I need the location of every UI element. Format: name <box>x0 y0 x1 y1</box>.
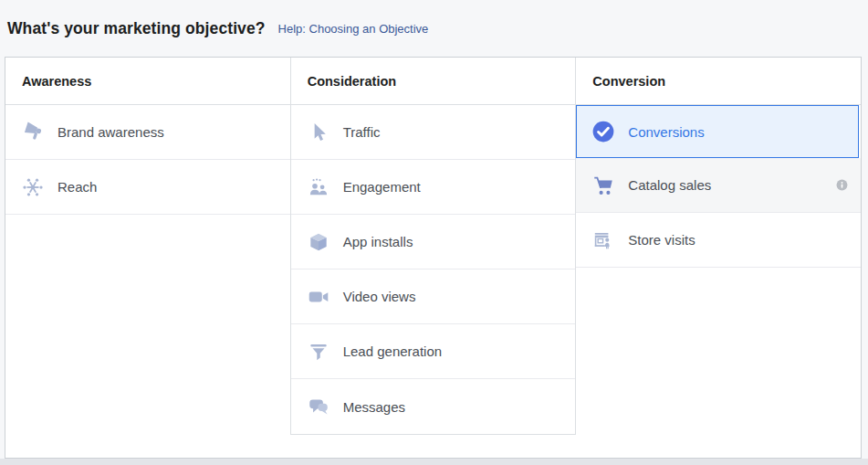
objective-row-video-views[interactable]: Video views <box>291 269 576 324</box>
check-circle-icon <box>591 120 615 143</box>
objective-label: Engagement <box>343 179 421 195</box>
video-camera-icon <box>307 285 330 309</box>
objective-row-messages[interactable]: Messages <box>291 379 576 434</box>
column-header-conversion: Conversion <box>576 58 861 105</box>
info-icon[interactable] <box>835 178 849 192</box>
page-bottom-strip <box>0 459 868 465</box>
people-icon <box>307 175 330 199</box>
objectives-table: Awareness Brand awareness Reach Consider… <box>5 57 862 459</box>
objective-label: Conversions <box>628 124 704 140</box>
page-title: What's your marketing objective? <box>7 19 266 38</box>
objective-label: Catalog sales <box>628 177 711 193</box>
objective-label: Store visits <box>628 232 695 248</box>
funnel-icon <box>307 340 330 364</box>
objective-row-engagement[interactable]: Engagement <box>291 160 576 215</box>
megaphone-icon <box>21 121 45 144</box>
objective-label: App installs <box>343 234 413 249</box>
column-header-awareness: Awareness <box>5 58 290 105</box>
objective-row-conversions[interactable]: Conversions <box>576 105 859 158</box>
objective-label: Video views <box>343 289 416 304</box>
reach-network-icon <box>21 175 45 199</box>
chat-bubbles-icon <box>307 395 330 418</box>
objective-row-brand-awareness[interactable]: Brand awareness <box>5 105 290 160</box>
objective-label: Traffic <box>343 124 381 140</box>
page-header: What's your marketing objective? Help: C… <box>0 0 868 57</box>
objective-label: Reach <box>58 179 97 195</box>
cube-icon <box>307 230 330 254</box>
column-conversion: Conversion Conversions Catalog sales <box>575 58 861 435</box>
cursor-icon <box>307 121 330 144</box>
column-header-consideration: Consideration <box>291 58 576 105</box>
storefront-icon <box>591 228 615 252</box>
objective-label: Brand awareness <box>58 124 164 140</box>
objective-row-lead-generation[interactable]: Lead generation <box>291 324 576 379</box>
objective-label: Messages <box>343 399 405 415</box>
objective-label: Lead generation <box>343 343 442 359</box>
objective-row-reach[interactable]: Reach <box>5 160 290 215</box>
shopping-cart-icon <box>591 174 615 197</box>
column-consideration: Consideration Traffic Engagement App ins… <box>290 58 576 435</box>
column-awareness: Awareness Brand awareness Reach <box>5 58 290 435</box>
objective-row-app-installs[interactable]: App installs <box>291 215 576 269</box>
objective-row-store-visits[interactable]: Store visits <box>576 213 861 268</box>
objective-row-catalog-sales[interactable]: Catalog sales <box>576 158 861 213</box>
objective-row-traffic[interactable]: Traffic <box>291 105 576 160</box>
help-link[interactable]: Help: Choosing an Objective <box>278 22 429 36</box>
